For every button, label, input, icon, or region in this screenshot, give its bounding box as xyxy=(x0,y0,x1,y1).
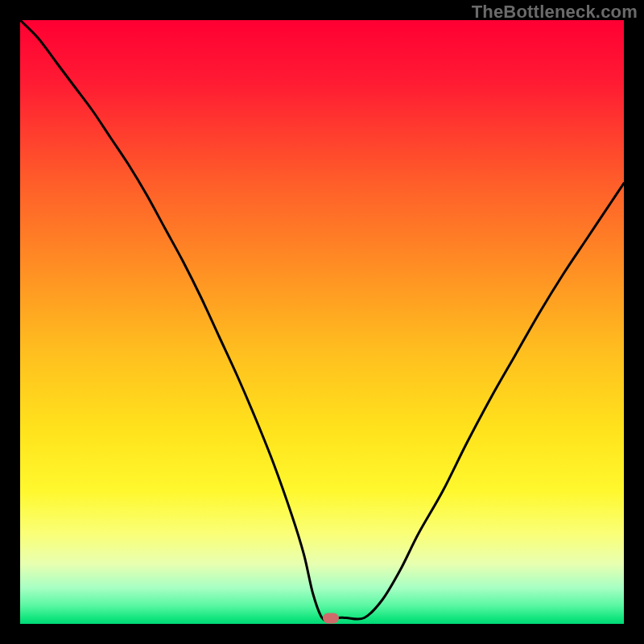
optimal-marker xyxy=(323,613,339,623)
chart-container: TheBottleneck.com xyxy=(0,0,644,644)
curve-svg xyxy=(20,20,624,624)
bottleneck-curve xyxy=(20,20,624,621)
watermark-text: TheBottleneck.com xyxy=(472,2,638,23)
plot-area xyxy=(20,20,624,624)
